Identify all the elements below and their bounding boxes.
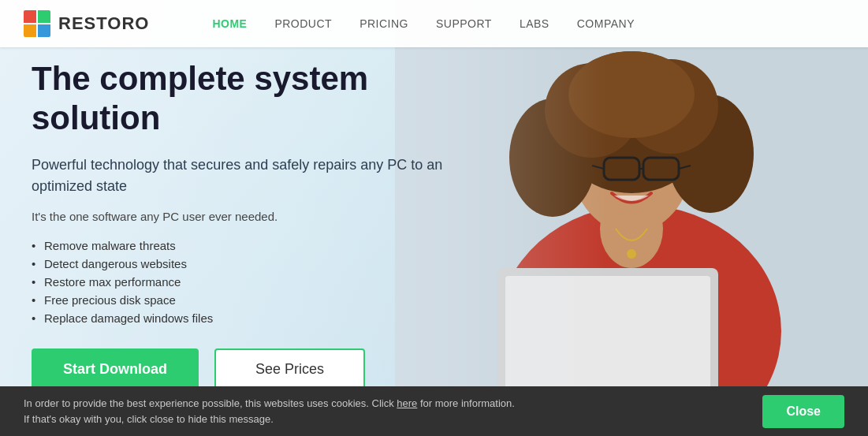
cookie-text-part2: for more information. [417,397,515,409]
cookie-text-line2: If that's okay with you, click close to … [24,413,274,425]
cta-buttons: Start Download See Prices [32,348,505,386]
cookie-text: In order to provide the best experience … [24,396,515,427]
hero-tagline: It's the one software any PC user ever n… [32,210,505,223]
nav-links: HOME PRODUCT PRICING SUPPORT LABS COMPAN… [212,17,635,30]
bullet-3: Restore max performance [32,275,505,289]
hero-subtitle: Powerful technology that secures and saf… [32,155,489,197]
hero-bullets: Remove malware threats Detect dangerous … [32,239,505,325]
bullet-2: Detect dangerous websites [32,257,505,270]
nav-home[interactable]: HOME [212,17,247,30]
cookie-text-part1: In order to provide the best experience … [24,397,397,409]
hero-content: The complete system solution Powerful te… [32,59,505,386]
logo-text: RESTORO [58,13,149,34]
navbar: RESTORO HOME PRODUCT PRICING SUPPORT LAB… [0,0,868,47]
nav-support[interactable]: SUPPORT [436,17,492,30]
hero-title: The complete system solution [32,59,505,139]
hero-section: The complete system solution Powerful te… [0,0,868,386]
logo-icon [24,10,50,37]
cookie-here-link[interactable]: here [397,397,417,409]
nav-product[interactable]: PRODUCT [274,17,332,30]
bullet-1: Remove malware threats [32,239,505,252]
cookie-close-button[interactable]: Close [762,395,844,428]
nav-pricing[interactable]: PRICING [359,17,408,30]
bullet-4: Free precious disk space [32,293,505,307]
bullet-5: Replace damaged windows files [32,311,505,325]
nav-labs[interactable]: LABS [520,17,549,30]
logo[interactable]: RESTORO [24,10,149,37]
see-prices-button[interactable]: See Prices [214,348,365,386]
nav-company[interactable]: COMPANY [577,17,635,30]
cookie-banner: In order to provide the best experience … [0,386,868,436]
start-download-button[interactable]: Start Download [32,348,199,386]
